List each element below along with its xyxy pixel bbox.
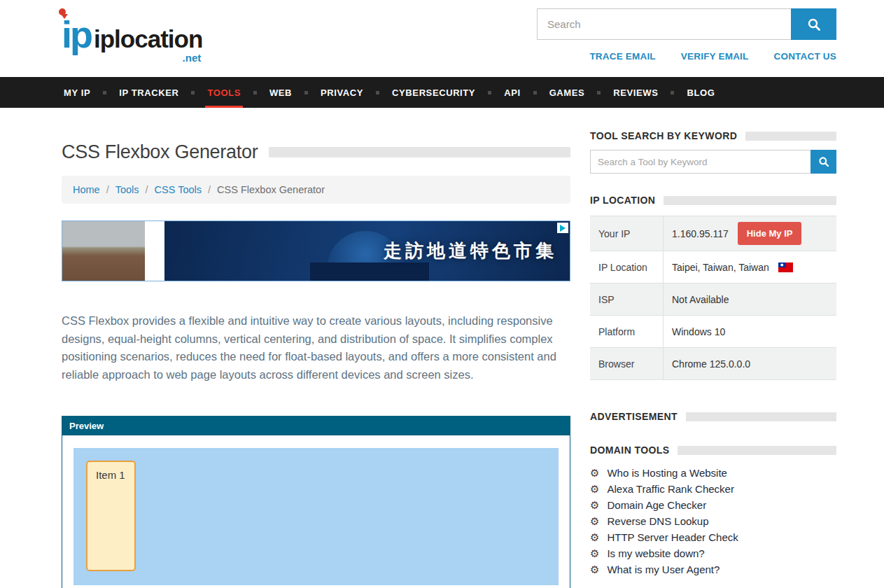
nav-tools[interactable]: TOOLS [205,77,243,108]
breadcrumb-current: CSS Flexbox Generator [217,184,325,195]
site-header: ip iplocation .net TRACE EMAIL VERIFY EM… [0,0,884,77]
nav-separator [191,91,195,94]
page-title: CSS Flexbox Generator [62,141,258,163]
table-row: ISP Not Available [590,284,836,316]
gear-icon: ⚙ [590,468,599,479]
breadcrumb: Home Tools CSS Tools CSS Flexbox Generat… [62,176,570,204]
tool-search [590,150,836,174]
domain-tools-list: ⚙ Who is Hosting a Website ⚙ Alexa Traff… [590,467,836,575]
list-item: ⚙ Reverse DNS Lookup [590,515,836,527]
table-row: IP Location Taipei, Taiwan, Taiwan [590,251,836,284]
ip-row-label: Platform [590,316,664,347]
breadcrumb-separator [146,184,148,195]
adchoices-icon[interactable] [557,223,568,233]
ip-location-heading: IP LOCATION [590,195,836,206]
nav-separator [103,91,106,94]
search-icon [807,18,821,31]
ad-creative: 走訪地道特色市集 [164,221,570,281]
nav-my-ip[interactable]: MY IP [62,77,92,108]
heading-filler-bar [745,132,836,141]
nav-cybersecurity[interactable]: CYBERSECURITY [390,77,477,108]
list-item: ⚙ Alexa Traffic Rank Checker [590,483,836,495]
gear-icon: ⚙ [590,532,599,543]
verify-email-link[interactable]: VERIFY EMAIL [681,51,749,62]
table-row: Your IP 1.160.95.117 Hide My IP [590,216,836,251]
title-filler-bar [269,147,570,158]
hide-my-ip-button[interactable]: Hide My IP [738,222,802,245]
isp-value: Not Available [672,294,729,305]
logo-wordmark: iplocation [94,25,202,52]
list-item: ⚙ Domain Age Checker [590,499,836,511]
domain-tool-link[interactable]: Is my website down? [607,547,704,559]
domain-tool-link[interactable]: What is my User Agent? [607,564,720,575]
tool-search-heading: TOOL SEARCH BY KEYWORD [590,130,836,141]
ip-row-label: Browser [590,348,664,379]
contact-us-link[interactable]: CONTACT US [774,51,837,62]
domain-tool-link[interactable]: Who is Hosting a Website [607,467,727,479]
gear-icon: ⚙ [590,516,599,527]
sidebar: TOOL SEARCH BY KEYWORD IP LOCATION Your … [590,108,836,588]
trace-email-link[interactable]: TRACE EMAIL [589,51,655,62]
ad-gap [145,221,164,281]
domain-tool-link[interactable]: Domain Age Checker [607,499,706,511]
nav-separator [253,91,257,94]
flexbox-preview-item: Item 1 [86,461,136,571]
preview-panel: Preview Item 1 [62,416,570,588]
nav-separator [488,91,491,94]
nav-privacy[interactable]: PRIVACY [318,77,365,108]
logo-mark: ip [62,8,91,56]
search-icon [818,156,829,167]
nav-blog[interactable]: BLOG [685,77,717,108]
nav-separator [376,91,379,94]
ad-building-base-graphic [310,262,429,281]
logo-text: iplocation .net [94,25,202,53]
breadcrumb-css-tools[interactable]: CSS Tools [155,184,202,195]
site-search-input[interactable] [537,8,791,40]
list-item: ⚙ Is my website down? [590,547,836,559]
main-nav: MY IP IP TRACKER TOOLS WEB PRIVACY CYBER… [0,77,884,108]
taiwan-flag-icon [778,262,793,272]
nav-api[interactable]: API [502,77,522,108]
tool-search-button[interactable] [811,150,836,174]
breadcrumb-tools[interactable]: Tools [115,184,139,195]
nav-separator [597,91,601,94]
advertisement-heading: ADVERTISEMENT [590,411,836,422]
gear-icon: ⚙ [590,500,599,511]
list-item: ⚙ HTTP Server Header Check [590,531,836,543]
ad-headline: 走訪地道特色市集 [384,239,557,263]
domain-tool-link[interactable]: HTTP Server Header Check [607,531,738,543]
ip-row-label: IP Location [590,251,664,283]
main-content: CSS Flexbox Generator Home Tools CSS Too… [62,108,570,588]
domain-tools-heading: DOMAIN TOOLS [590,444,836,456]
nav-separator [671,91,674,94]
nav-web[interactable]: WEB [267,77,294,108]
ip-info-table: Your IP 1.160.95.117 Hide My IP IP Locat… [590,216,836,380]
nav-ip-tracker[interactable]: IP TRACKER [117,77,181,108]
logo-suffix: .net [183,52,202,64]
preview-panel-header: Preview [62,416,570,435]
heading-filler-bar [686,412,836,421]
breadcrumb-home[interactable]: Home [73,184,100,195]
tool-search-input[interactable] [590,150,811,174]
top-links: TRACE EMAIL VERIFY EMAIL CONTACT US [537,51,836,62]
nav-reviews[interactable]: REVIEWS [611,77,660,108]
ip-row-value: Not Available [664,284,836,315]
site-search-button[interactable] [791,8,836,40]
page-description: CSS Flexbox provides a flexible and intu… [62,312,570,384]
nav-games[interactable]: GAMES [547,77,587,108]
gear-icon: ⚙ [590,548,599,559]
table-row: Browser Chrome 125.0.0.0 [590,348,836,380]
domain-tool-link[interactable]: Reverse DNS Lookup [607,515,708,527]
breadcrumb-separator [106,184,109,195]
platform-value: Windows 10 [672,326,725,337]
ip-row-value: 1.160.95.117 Hide My IP [664,216,836,251]
domain-tool-link[interactable]: Alexa Traffic Rank Checker [607,483,734,495]
heading-filler-bar [678,446,836,455]
ad-banner[interactable]: 走訪地道特色市集 [62,220,570,281]
logo[interactable]: ip iplocation .net [62,8,202,62]
site-search [537,8,836,40]
flexbox-preview-container: Item 1 [73,448,559,585]
ip-row-label: Your IP [590,216,664,251]
table-row: Platform Windows 10 [590,316,836,348]
ip-row-value: Taipei, Taiwan, Taiwan [664,251,836,283]
